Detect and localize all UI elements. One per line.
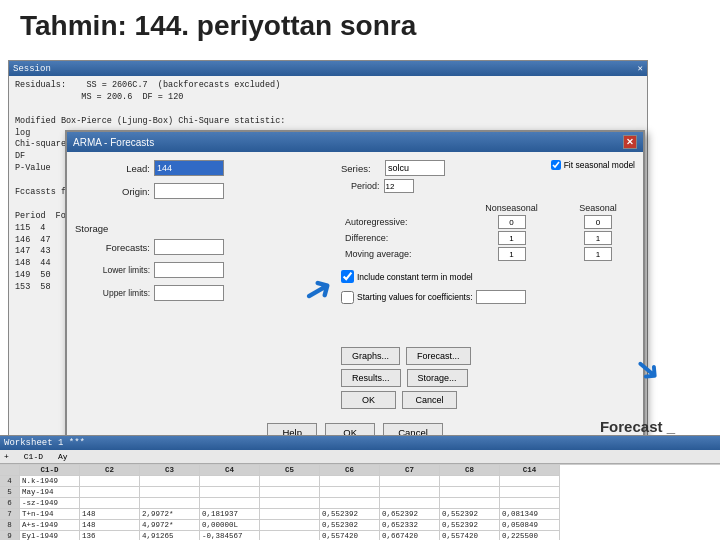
include-constant-checkbox[interactable] (341, 270, 354, 283)
ws-row-6-c5[interactable] (260, 498, 320, 509)
worksheet-title: Worksheet 1 *** (4, 438, 85, 448)
ws-row-9-c6[interactable]: 0,557420 (320, 531, 380, 540)
ws-toolbar-ay: Ay (58, 452, 68, 461)
ws-row-4-c4[interactable] (200, 476, 260, 487)
ws-row-8-c3[interactable]: 4,9972* (140, 520, 200, 531)
ws-row-8-c6[interactable]: 0,552302 (320, 520, 380, 531)
ws-row-9-c2[interactable]: 136 (80, 531, 140, 540)
ws-row-5-c6[interactable] (320, 487, 380, 498)
fit-seasonal-checkbox[interactable] (551, 160, 561, 170)
ws-row-7-c6[interactable]: 0,552392 (320, 509, 380, 520)
ws-row-8-c7[interactable]: 0,652332 (380, 520, 440, 531)
ws-row-7-c7[interactable]: 0,652392 (380, 509, 440, 520)
ws-row-6-c3[interactable] (140, 498, 200, 509)
ws-row-5-c7[interactable] (380, 487, 440, 498)
forecasts-input[interactable] (154, 239, 224, 255)
ws-row-7-c2[interactable]: 148 (80, 509, 140, 520)
ws-row-5-c3[interactable] (140, 487, 200, 498)
ws-row-5-c1[interactable]: May-194 (20, 487, 80, 498)
ws-row-5-c5[interactable] (260, 487, 320, 498)
ma-nonseasonal-input[interactable] (498, 247, 526, 261)
ws-row-4-c1[interactable]: N.k-1949 (20, 476, 80, 487)
ws-row-4-c5[interactable] (260, 476, 320, 487)
cancel-right-button[interactable]: Cancel (402, 391, 457, 409)
ws-row-7-c8[interactable]: 0,552392 (440, 509, 500, 520)
ws-row-6-c4[interactable] (200, 498, 260, 509)
upper-limits-row: Upper limits: (75, 285, 295, 301)
ws-row-8-c4[interactable]: 0,00000L (200, 520, 260, 531)
ws-row-7-c3[interactable]: 2,9972* (140, 509, 200, 520)
autoregressive-row: Autoregressive: (341, 214, 635, 230)
ws-row-4-c6[interactable] (320, 476, 380, 487)
ar-nonseasonal-input[interactable] (498, 215, 526, 229)
forecast-label: Forecast _ (600, 418, 675, 435)
arma-dialog-body: Lead: Origin: Storage Forecasts: Lower l… (67, 152, 643, 417)
ma-seasonal-input[interactable] (584, 247, 612, 261)
ws-row-7-c4[interactable]: 0,181937 (200, 509, 260, 520)
ar-seasonal-input[interactable] (584, 215, 612, 229)
ws-row-4-c2[interactable] (80, 476, 140, 487)
ws-row-8-c8[interactable]: 0,552392 (440, 520, 500, 531)
arma-right-panel: Series: Period: Fit seasonal model (341, 160, 635, 409)
worksheet-window: Worksheet 1 *** + C1-D Ay C1-D C2 C3 C4 … (0, 435, 720, 540)
ws-row-5-c14[interactable] (500, 487, 560, 498)
ws-row-6-c2[interactable] (80, 498, 140, 509)
ws-row-8-c14[interactable]: 0,050849 (500, 520, 560, 531)
ws-row-9-c7[interactable]: 0,667420 (380, 531, 440, 540)
arma-close-button[interactable]: ✕ (623, 135, 637, 149)
ws-toolbar-plus[interactable]: + (4, 452, 9, 461)
ws-row-4-c7[interactable] (380, 476, 440, 487)
ws-row-7-c14[interactable]: 0,081349 (500, 509, 560, 520)
ws-row-7-c1[interactable]: T+n-194 (20, 509, 80, 520)
lead-input[interactable] (154, 160, 224, 176)
starting-values-checkbox[interactable] (341, 291, 354, 304)
ws-row-4-c3[interactable] (140, 476, 200, 487)
session-titlebar: Session ✕ (9, 61, 647, 76)
fit-seasonal-section: Fit seasonal model (541, 160, 635, 170)
origin-input[interactable] (154, 183, 224, 199)
ws-row-4-c14[interactable] (500, 476, 560, 487)
ok-right-button[interactable]: OK (341, 391, 396, 409)
graphs-button[interactable]: Graphs... (341, 347, 400, 365)
ws-row-6-c14[interactable] (500, 498, 560, 509)
series-section: Series: Period: (341, 160, 533, 193)
diff-seasonal-input[interactable] (584, 231, 612, 245)
ws-row-9-c3[interactable]: 4,91265 (140, 531, 200, 540)
ws-row-4-num: 4 (0, 476, 20, 487)
period-input[interactable] (384, 179, 414, 193)
right-top-section: Series: Period: Fit seasonal model (341, 160, 635, 193)
ws-row-9-c1[interactable]: Eyl-1949 (20, 531, 80, 540)
ws-row-9-c14[interactable]: 0,225500 (500, 531, 560, 540)
ws-row-8-c5[interactable] (260, 520, 320, 531)
session-close-icon[interactable]: ✕ (638, 63, 643, 74)
ws-row-5-c8[interactable] (440, 487, 500, 498)
ws-row-6-c1[interactable]: -sz-1949 (20, 498, 80, 509)
ws-row-4-c8[interactable] (440, 476, 500, 487)
ws-row-8-c2[interactable]: 148 (80, 520, 140, 531)
ws-row-9-c4[interactable]: -0,384567 (200, 531, 260, 540)
ws-row-6-c8[interactable] (440, 498, 500, 509)
ws-row-7-c5[interactable] (260, 509, 320, 520)
forecast-button[interactable]: Forecast... (406, 347, 471, 365)
diff-nonseasonal-input[interactable] (498, 231, 526, 245)
ws-col-header-0 (0, 465, 20, 476)
series-input[interactable] (385, 160, 445, 176)
results-button[interactable]: Results... (341, 369, 401, 387)
moving-average-label: Moving average: (341, 246, 462, 262)
storage-button[interactable]: Storage... (407, 369, 468, 387)
ws-row-9-c8[interactable]: 0,557420 (440, 531, 500, 540)
ws-row-5-c2[interactable] (80, 487, 140, 498)
right-arrow-icon: ➜ (296, 266, 340, 312)
right-action-buttons: Graphs... Forecast... Results... Storage… (341, 347, 635, 409)
ws-row-6-c6[interactable] (320, 498, 380, 509)
lower-limits-input[interactable] (154, 262, 224, 278)
ws-row-8-c1[interactable]: A+s-1949 (20, 520, 80, 531)
upper-limits-input[interactable] (154, 285, 224, 301)
seasonal-header: Seasonal (561, 202, 635, 214)
ws-row-6-num: 6 (0, 498, 20, 509)
arima-params-table: Nonseasonal Seasonal Autoregressive: Dif… (341, 202, 635, 262)
starting-values-input[interactable] (476, 290, 526, 304)
ws-row-9-c5[interactable] (260, 531, 320, 540)
ws-row-5-c4[interactable] (200, 487, 260, 498)
ws-row-6-c7[interactable] (380, 498, 440, 509)
